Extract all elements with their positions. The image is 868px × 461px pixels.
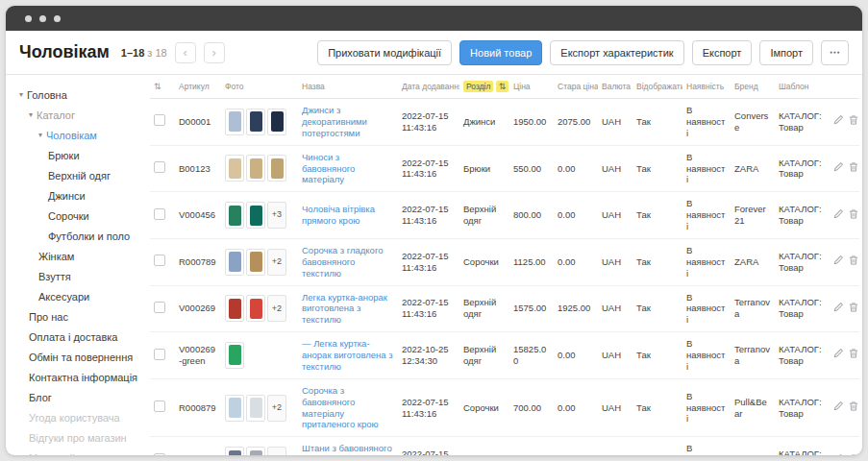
delete-button[interactable] xyxy=(846,301,861,317)
edit-button[interactable] xyxy=(831,160,846,177)
product-thumbnail[interactable] xyxy=(225,202,244,229)
product-thumbnail[interactable] xyxy=(225,249,244,276)
product-thumbnail[interactable] xyxy=(267,155,286,182)
product-name-link[interactable]: Легка куртка-анорак виготовлена з тексти… xyxy=(302,292,387,326)
column-header-10[interactable]: Наявність xyxy=(682,75,731,99)
sidebar-item[interactable]: Футболки и поло xyxy=(19,226,146,246)
window-control-dot[interactable] xyxy=(54,15,61,22)
sidebar-item[interactable]: Блог xyxy=(19,387,146,407)
sidebar-item[interactable]: ▾Головна xyxy=(19,85,146,105)
sidebar-item[interactable]: Оплата і доставка xyxy=(19,327,146,347)
product-thumbnail[interactable] xyxy=(225,295,244,322)
sidebar-item[interactable]: ▾Каталог xyxy=(19,105,146,125)
product-thumbnail[interactable] xyxy=(225,109,244,135)
product-name-link[interactable]: Сорочка з бавовняного матеріалу притален… xyxy=(302,385,379,430)
product-thumbnail[interactable] xyxy=(246,249,265,276)
product-thumbnail[interactable] xyxy=(267,109,286,135)
edit-button[interactable] xyxy=(831,207,846,224)
window-control-dot[interactable] xyxy=(39,15,46,22)
product-thumbnail[interactable] xyxy=(225,155,244,182)
edit-button[interactable] xyxy=(831,400,846,416)
sidebar-item[interactable]: Мапа сайту xyxy=(19,448,146,455)
product-thumbnail[interactable] xyxy=(225,447,244,455)
sidebar-item[interactable]: Про нас xyxy=(19,306,146,327)
delete-button[interactable] xyxy=(846,347,861,363)
pagination-prev-button[interactable]: ‹ xyxy=(175,42,196,63)
toolbar-button-1[interactable]: Приховати модифікації xyxy=(317,40,452,65)
brand-cell: Terranova xyxy=(731,285,775,332)
product-name-link[interactable]: — Легка куртка-анорак виготовлена з текс… xyxy=(302,338,393,372)
product-thumbnail[interactable] xyxy=(246,395,265,422)
delete-button[interactable] xyxy=(846,452,861,455)
row-checkbox[interactable] xyxy=(154,453,165,455)
column-header-11[interactable]: Бренд xyxy=(731,75,775,99)
sidebar-item[interactable]: Брюки xyxy=(19,145,146,165)
more-photos-badge[interactable]: +2 xyxy=(267,395,286,422)
column-header-7[interactable]: Стара ціна xyxy=(554,75,598,99)
edit-button[interactable] xyxy=(831,452,846,455)
delete-button[interactable] xyxy=(846,160,861,177)
toolbar-button-3[interactable]: Експорт характеристик xyxy=(550,40,683,65)
row-checkbox[interactable] xyxy=(154,255,165,266)
toolbar-button-4[interactable]: Експорт xyxy=(692,40,753,65)
column-header-6[interactable]: Ціна xyxy=(509,75,554,99)
row-checkbox[interactable] xyxy=(154,400,165,412)
sidebar-item[interactable]: Відгуки про магазин xyxy=(19,427,146,448)
row-checkbox[interactable] xyxy=(154,208,165,220)
sidebar-item[interactable]: Взуття xyxy=(19,266,146,286)
sidebar-item[interactable]: Жінкам xyxy=(19,246,146,266)
sidebar-item[interactable]: Угода користувача xyxy=(19,407,146,427)
sidebar-item[interactable]: Контактна інформація xyxy=(19,367,146,387)
product-thumbnail[interactable] xyxy=(246,295,265,322)
product-thumbnail[interactable] xyxy=(246,447,265,455)
sidebar-item[interactable]: Верхній одяг xyxy=(19,165,146,185)
column-header-2[interactable]: Фото xyxy=(221,75,298,99)
sort-rows-icon[interactable]: ⇅ xyxy=(154,82,161,91)
toolbar-button-2[interactable]: Новий товар xyxy=(459,40,542,65)
delete-button[interactable] xyxy=(846,400,861,416)
more-photos-badge[interactable]: +2 xyxy=(267,295,286,322)
delete-button[interactable] xyxy=(846,254,861,270)
product-thumbnail[interactable] xyxy=(225,342,244,369)
edit-button[interactable] xyxy=(831,347,846,363)
more-photos-badge[interactable]: +2 xyxy=(267,447,286,455)
window-control-dot[interactable] xyxy=(25,15,32,22)
sidebar-item[interactable]: Сорочки xyxy=(19,206,146,226)
row-checkbox[interactable] xyxy=(154,114,165,126)
row-checkbox[interactable] xyxy=(154,349,165,360)
row-checkbox[interactable] xyxy=(154,161,165,173)
sidebar-item[interactable]: Обмін та повернення xyxy=(19,347,146,367)
edit-button[interactable] xyxy=(831,254,846,270)
more-photos-badge[interactable]: +3 xyxy=(267,202,286,229)
column-header-3[interactable]: Назва xyxy=(298,75,398,99)
sidebar-item-label: Взуття xyxy=(38,271,71,282)
product-thumbnail[interactable] xyxy=(225,395,244,422)
sort-icon[interactable]: ⇅ xyxy=(496,81,509,92)
product-name-link[interactable]: Чиноси з бавовняного матеріалу xyxy=(302,152,355,185)
edit-button[interactable] xyxy=(831,301,846,317)
product-name-link[interactable]: Чоловіча вітрівка прямого крою xyxy=(302,204,375,226)
more-photos-badge[interactable]: +2 xyxy=(267,249,286,276)
column-header-8[interactable]: Валюта xyxy=(598,75,632,99)
delete-button[interactable] xyxy=(846,113,861,130)
product-thumbnail[interactable] xyxy=(246,202,265,229)
sidebar-item[interactable]: ▾Чоловікам xyxy=(19,125,146,145)
column-header-9[interactable]: Відображати xyxy=(632,75,682,99)
product-name-link[interactable]: Штани з бавовняного матеріалу прямого кр… xyxy=(302,443,392,455)
product-thumbnail[interactable] xyxy=(246,109,265,135)
sidebar-item[interactable]: Джинси xyxy=(19,185,146,206)
column-header-1[interactable]: Артикул xyxy=(175,75,221,99)
edit-button[interactable] xyxy=(831,113,846,130)
pagination-next-button[interactable]: › xyxy=(204,42,225,63)
product-thumbnail[interactable] xyxy=(246,155,265,182)
product-name-link[interactable]: Сорочка з гладкого бавовняного текстилю xyxy=(302,245,383,279)
column-header-12[interactable]: Шаблон xyxy=(775,75,827,99)
toolbar-button-6[interactable]: ⋯ xyxy=(821,40,849,65)
toolbar-button-5[interactable]: Імпорт xyxy=(759,40,813,65)
delete-button[interactable] xyxy=(846,207,861,224)
column-header-5[interactable]: Розділ ⇅ xyxy=(459,75,509,99)
product-name-link[interactable]: Джинси з декоративними потертостями xyxy=(302,105,367,138)
sidebar-item[interactable]: Аксесуари xyxy=(19,286,146,306)
column-header-4[interactable]: Дата додавання xyxy=(398,75,459,99)
row-checkbox[interactable] xyxy=(154,302,165,313)
